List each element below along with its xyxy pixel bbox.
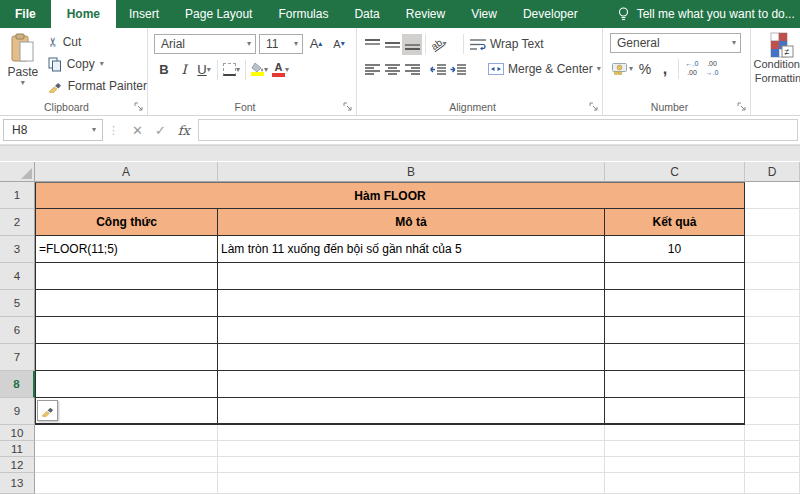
cell-d5[interactable] [745, 290, 800, 317]
cell-b6[interactable] [218, 317, 605, 344]
alignment-dialog-launcher-icon[interactable] [589, 102, 599, 112]
column-header-a[interactable]: A [35, 162, 218, 182]
conditional-formatting-button[interactable]: ≠ Conditional Formatting [751, 28, 800, 115]
align-left-button[interactable] [362, 59, 382, 80]
orientation-button[interactable]: ab ▾ [429, 34, 449, 55]
font-size-combobox[interactable]: 11 ▾ [259, 34, 303, 54]
increase-font-size-button[interactable]: A▴ [306, 33, 326, 54]
row-header-2[interactable]: 2 [0, 209, 35, 236]
cell-b2[interactable]: Mô tả [218, 209, 605, 236]
cell-d2[interactable] [745, 209, 800, 236]
cell-c7[interactable] [605, 344, 745, 371]
row-header-7[interactable]: 7 [0, 344, 35, 371]
decrease-decimal-button[interactable]: .00→.0 [702, 58, 722, 79]
tab-insert[interactable]: Insert [116, 0, 172, 28]
cell-b13[interactable] [218, 473, 605, 494]
row-header-9[interactable]: 9 [0, 398, 35, 425]
cell-a2[interactable]: Công thức [35, 209, 218, 236]
number-format-combobox[interactable]: General ▾ [610, 33, 741, 53]
tab-home[interactable]: Home [51, 0, 116, 28]
cell-a5[interactable] [35, 290, 218, 317]
font-dialog-launcher-icon[interactable] [343, 102, 353, 112]
cell-b10[interactable] [218, 425, 605, 441]
row-header-6[interactable]: 6 [0, 317, 35, 344]
clipboard-dialog-launcher-icon[interactable] [134, 102, 144, 112]
merge-center-button[interactable]: Merge & Center ▾ [485, 62, 604, 76]
cell-b3[interactable]: Làm tròn 11 xuống đến bội số gần nhất củ… [218, 236, 605, 263]
bottom-align-button[interactable] [402, 34, 422, 55]
cell-d6[interactable] [745, 317, 800, 344]
insert-function-button[interactable]: fx [178, 123, 190, 138]
cell-c11[interactable] [605, 441, 745, 457]
tab-file[interactable]: File [0, 0, 51, 28]
cell-d11[interactable] [745, 441, 800, 457]
percent-style-button[interactable]: % [635, 58, 655, 79]
enter-button[interactable]: ✓ [155, 123, 166, 138]
cell-c6[interactable] [605, 317, 745, 344]
wrap-text-button[interactable]: Wrap Text [467, 37, 547, 51]
cell-d3[interactable] [745, 236, 800, 263]
font-family-combobox[interactable]: Arial ▾ [154, 34, 256, 54]
row-header-4[interactable]: 4 [0, 263, 35, 290]
cut-button[interactable]: ✂ Cut [48, 31, 147, 53]
cell-d7[interactable] [745, 344, 800, 371]
tab-view[interactable]: View [458, 0, 510, 28]
cell-d9[interactable] [745, 398, 800, 425]
cell-a11[interactable] [35, 441, 218, 457]
borders-button[interactable]: ▾ [221, 59, 242, 80]
cell-c12[interactable] [605, 457, 745, 473]
top-align-button[interactable] [362, 34, 382, 55]
cell-d10[interactable] [745, 425, 800, 441]
column-header-d[interactable]: D [745, 162, 800, 182]
cell-c4[interactable] [605, 263, 745, 290]
cell-a10[interactable] [35, 425, 218, 441]
underline-button[interactable]: U▾ [194, 59, 214, 80]
column-header-c[interactable]: C [605, 162, 745, 182]
cell-c8[interactable] [605, 371, 745, 398]
cell-d8[interactable] [745, 371, 800, 398]
increase-decimal-button[interactable]: ←.0.00 [682, 58, 702, 79]
cell-b12[interactable] [218, 457, 605, 473]
cell-c5[interactable] [605, 290, 745, 317]
cell-c9[interactable] [605, 398, 745, 425]
copy-button[interactable]: Copy ▾ [48, 53, 147, 75]
select-all-button[interactable] [0, 162, 35, 182]
cell-c3[interactable]: 10 [605, 236, 745, 263]
number-dialog-launcher-icon[interactable] [737, 102, 747, 112]
row-header-3[interactable]: 3 [0, 236, 35, 263]
decrease-indent-button[interactable] [428, 59, 448, 80]
cell-d13[interactable] [745, 473, 800, 494]
tab-page-layout[interactable]: Page Layout [172, 0, 265, 28]
tab-developer[interactable]: Developer [510, 0, 591, 28]
row-header-11[interactable]: 11 [0, 441, 35, 457]
cell-b7[interactable] [218, 344, 605, 371]
tab-data[interactable]: Data [341, 0, 392, 28]
tell-me-box[interactable]: Tell me what you want to do... [617, 0, 795, 28]
bold-button[interactable]: B [154, 59, 174, 80]
row-header-10[interactable]: 10 [0, 425, 35, 441]
align-right-button[interactable] [402, 59, 422, 80]
comma-style-button[interactable]: , [655, 58, 675, 79]
fill-color-button[interactable]: ▾ [249, 59, 270, 80]
cell-a4[interactable] [35, 263, 218, 290]
cell-c2[interactable]: Kết quả [605, 209, 745, 236]
accounting-format-button[interactable]: ▾ [610, 58, 635, 79]
paste-button[interactable]: Paste ▾ [4, 31, 42, 97]
cancel-button[interactable]: ✕ [132, 123, 143, 138]
cell-c13[interactable] [605, 473, 745, 494]
format-painter-button[interactable]: Format Painter [48, 75, 147, 97]
italic-button[interactable]: I [174, 59, 194, 80]
row-header-1[interactable]: 1 [0, 182, 35, 209]
cell-a7[interactable] [35, 344, 218, 371]
cell-a12[interactable] [35, 457, 218, 473]
middle-align-button[interactable] [382, 34, 402, 55]
cell-d4[interactable] [745, 263, 800, 290]
cell-a8[interactable] [35, 371, 218, 398]
cell-b4[interactable] [218, 263, 605, 290]
font-color-button[interactable]: A ▾ [270, 59, 291, 80]
cell-a13[interactable] [35, 473, 218, 494]
formula-input[interactable] [198, 119, 798, 141]
cell-b9[interactable] [218, 398, 605, 425]
cell-a1-merged-title[interactable]: Hàm FLOOR [35, 182, 745, 209]
tab-formulas[interactable]: Formulas [265, 0, 341, 28]
